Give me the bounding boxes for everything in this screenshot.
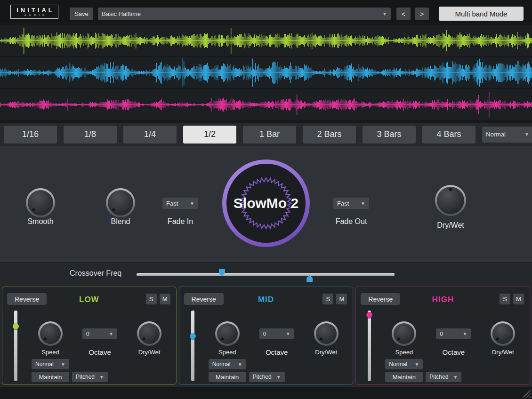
playback-mode-select[interactable]: Normal ▼ xyxy=(482,127,532,143)
division-button-1-16[interactable]: 1/16 xyxy=(4,126,57,144)
band-level-slider[interactable] xyxy=(190,311,196,381)
pitch-mode-select[interactable]: Pitched ▼ xyxy=(72,372,108,382)
multi-band-mode-button[interactable]: Multi band Mode xyxy=(439,7,524,21)
division-button-1-8[interactable]: 1/8 xyxy=(64,126,117,144)
dry-wet-label: Dry/Wet xyxy=(479,349,526,356)
octave-select[interactable]: 0 ▼ xyxy=(436,328,471,339)
mute-button[interactable]: M xyxy=(336,294,347,304)
crossover-freq-label: Crossover Freq xyxy=(70,269,121,278)
playback-mode-value: Normal xyxy=(486,131,506,138)
prev-preset-button[interactable]: < xyxy=(396,8,411,20)
band-mode-select[interactable]: Normal ▼ xyxy=(209,359,246,369)
slider-track xyxy=(191,311,194,381)
app-logo: INITIAL AUDIO xyxy=(10,5,58,19)
logo-initial-text: INITIAL xyxy=(14,7,55,14)
band-level-slider[interactable] xyxy=(366,311,372,381)
bottom-bar xyxy=(0,387,532,399)
main-control-section: Smooth Blend Fast ▼ Fade In SlowMo 2 Fas… xyxy=(0,146,532,262)
preset-value: Basic Halftime xyxy=(102,10,141,17)
speed-label: Speed xyxy=(380,349,427,356)
band-mode-value: Normal xyxy=(212,361,231,367)
division-button-1-2[interactable]: 1/2 xyxy=(183,126,236,144)
solo-button[interactable]: S xyxy=(322,294,333,304)
next-preset-button[interactable]: > xyxy=(415,8,429,20)
dry-wet-label: Dry/Wet xyxy=(303,349,350,356)
dry-wet-knob[interactable] xyxy=(435,185,466,216)
knob-indicator xyxy=(103,185,138,221)
fade-out-value: Fast xyxy=(337,200,349,207)
solo-button[interactable]: S xyxy=(500,294,510,304)
division-button-1-bar[interactable]: 1 Bar xyxy=(243,126,296,144)
knob-indicator xyxy=(23,185,58,221)
slider-track xyxy=(14,311,17,381)
octave-select[interactable]: 0 ▼ xyxy=(259,328,294,339)
maintain-button[interactable]: Maintain xyxy=(209,372,246,382)
waveform-canvas-mid xyxy=(0,57,532,88)
chevron-down-icon: ▼ xyxy=(453,375,458,380)
chevron-down-icon: ▼ xyxy=(462,331,467,336)
slowmo-logo-inner: SlowMo 2 xyxy=(226,164,306,243)
slider-handle[interactable] xyxy=(190,333,196,339)
slowmo-title: SlowMo 2 xyxy=(234,195,298,211)
maintain-button[interactable]: Maintain xyxy=(32,372,69,382)
slowmo2-plugin-window: INITIAL AUDIO Save Basic Halftime ▼ < > … xyxy=(0,0,532,399)
dry-wet-knob[interactable] xyxy=(137,321,161,346)
crossover-slider[interactable] xyxy=(137,263,395,285)
division-button-2-bars[interactable]: 2 Bars xyxy=(303,126,356,144)
fade-in-select[interactable]: Fast ▼ xyxy=(162,198,198,209)
band-panels: Reverse LOW S M Speed 0 ▼ Octave Dry/Wet… xyxy=(0,285,532,387)
band-level-slider[interactable] xyxy=(13,311,19,381)
knob-indicator xyxy=(312,319,341,348)
speed-knob[interactable] xyxy=(392,321,416,346)
fade-in-label: Fade In xyxy=(152,217,209,226)
speed-label: Speed xyxy=(27,349,74,356)
division-button-4-bars[interactable]: 4 Bars xyxy=(422,126,476,144)
crossover-track[interactable] xyxy=(137,273,395,276)
dry-wet-label: Dry/Wet xyxy=(126,349,173,356)
save-button[interactable]: Save xyxy=(70,8,93,20)
solo-button[interactable]: S xyxy=(146,294,157,304)
maintain-button[interactable]: Maintain xyxy=(385,372,423,382)
band-mode-select[interactable]: Normal ▼ xyxy=(32,359,69,369)
division-button-1-4[interactable]: 1/4 xyxy=(123,126,177,144)
waveform-display xyxy=(0,23,532,123)
waveform-canvas-high xyxy=(0,89,532,120)
chevron-down-icon: ▼ xyxy=(190,201,194,206)
pitch-mode-value: Pitched xyxy=(429,374,448,380)
knob-indicator xyxy=(135,319,164,348)
logo-audio-text: AUDIO xyxy=(21,14,47,17)
resize-grip[interactable] xyxy=(522,389,531,398)
knob-indicator xyxy=(213,319,242,348)
knob-indicator xyxy=(36,319,65,348)
band-mode-value: Normal xyxy=(35,361,54,367)
band-mode-select[interactable]: Normal ▼ xyxy=(385,359,423,369)
chevron-down-icon: ▼ xyxy=(286,331,290,336)
dry-wet-label: Dry/Wet xyxy=(422,221,479,230)
band-panel-mid: Reverse MID S M Speed 0 ▼ Octave Dry/Wet… xyxy=(179,287,354,385)
division-button-3-bars[interactable]: 3 Bars xyxy=(363,126,416,144)
preset-select[interactable]: Basic Halftime ▼ xyxy=(98,8,391,20)
dry-wet-knob[interactable] xyxy=(491,321,515,346)
pitch-mode-select[interactable]: Pitched ▼ xyxy=(249,372,285,382)
octave-select[interactable]: 0 ▼ xyxy=(82,328,117,339)
mute-button[interactable]: M xyxy=(160,294,170,304)
octave-value: 0 xyxy=(86,331,89,337)
chevron-down-icon: ▼ xyxy=(99,375,104,380)
speed-knob[interactable] xyxy=(215,321,240,346)
chevron-down-icon: ▼ xyxy=(361,201,365,206)
slider-handle[interactable] xyxy=(366,312,372,318)
pitch-mode-select[interactable]: Pitched ▼ xyxy=(426,372,461,382)
slowmo-logo-circle: SlowMo 2 xyxy=(222,160,310,247)
knob-indicator xyxy=(488,319,517,348)
waveform-row-low xyxy=(0,25,532,56)
chevron-down-icon: ▼ xyxy=(276,375,281,380)
mute-button[interactable]: M xyxy=(513,294,524,304)
smooth-knob[interactable] xyxy=(26,188,55,217)
chevron-down-icon: ▼ xyxy=(109,331,113,336)
dry-wet-knob[interactable] xyxy=(314,321,339,346)
blend-knob[interactable] xyxy=(106,188,135,217)
slider-handle[interactable] xyxy=(13,323,19,329)
speed-knob[interactable] xyxy=(38,321,63,346)
fade-out-select[interactable]: Fast ▼ xyxy=(333,198,369,209)
waveform-row-high xyxy=(0,89,532,120)
